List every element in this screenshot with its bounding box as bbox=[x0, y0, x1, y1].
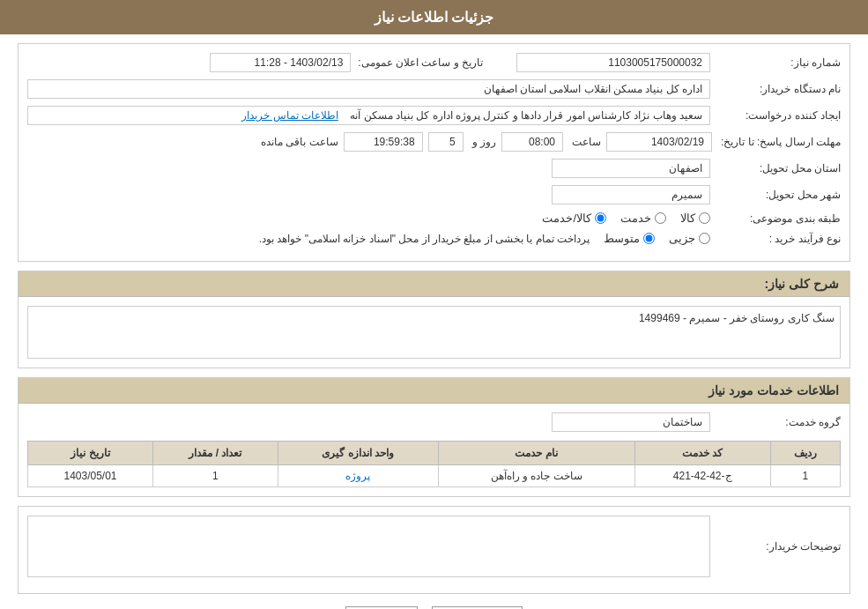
services-table-section: ردیف کد خدمت نام حدمت واحد اندازه گیری ت… bbox=[27, 441, 841, 487]
page-title: جزئیات اطلاعات نیاز bbox=[375, 10, 494, 25]
service-group-label: گروه خدمت: bbox=[717, 416, 841, 428]
province-label: استان محل تحویل: bbox=[717, 162, 841, 175]
services-header: اطلاعات خدمات مورد نیاز bbox=[19, 378, 849, 404]
purchase-radio-group: جزیی متوسط پرداخت تمام یا بخشی از مبلغ خ… bbox=[259, 232, 710, 245]
service-group-value: ساختمان bbox=[552, 412, 710, 432]
col-date: تاریخ نیاز bbox=[28, 442, 153, 465]
need-desc-value: سنگ کاری روستای خفر - سمیرم - 1499469 bbox=[27, 306, 841, 359]
category-kala-khedmat-label: کالا/خدمت bbox=[542, 212, 591, 225]
category-khedmat-label: خدمت bbox=[620, 212, 651, 225]
need-desc-section: شرح کلی نیاز: سنگ کاری روستای خفر - سمیر… bbox=[18, 271, 850, 368]
creator-row: ایجاد کننده درخواست: سعید وهاب نژاد کارش… bbox=[27, 106, 841, 125]
buyer-desc-textarea[interactable] bbox=[27, 516, 710, 577]
remaining-label: ساعت باقی مانده bbox=[261, 136, 338, 148]
buyer-desc-section: توضیحات خریدار: bbox=[18, 506, 850, 594]
remaining-time-value: 19:59:38 bbox=[344, 132, 423, 152]
reply-time-label: ساعت bbox=[572, 136, 601, 148]
category-kala-khedmat-radio[interactable] bbox=[595, 212, 606, 224]
purchase-note: پرداخت تمام یا بخشی از مبلغ خریدار از مح… bbox=[259, 233, 590, 245]
table-cell-code: ج-42-42-421 bbox=[634, 465, 770, 487]
purchase-type-row: نوع فرآیند خرید : جزیی متوسط پرداخت تمام… bbox=[27, 232, 841, 245]
services-body: گروه خدمت: ساختمان ردیف کد خدمت نام حدمت… bbox=[19, 404, 849, 496]
creator-value: سعید وهاب نژاد کارشناس امور قرار دادها و… bbox=[27, 106, 710, 125]
reply-date-value: 1403/02/19 bbox=[606, 132, 712, 152]
table-cell-date: 1403/05/01 bbox=[28, 465, 153, 487]
buyer-desc-body: توضیحات خریدار: bbox=[19, 507, 849, 593]
category-label: طبقه بندی موضوعی: bbox=[717, 212, 841, 225]
table-cell-qty: 1 bbox=[153, 465, 278, 487]
buyer-desc-row: توضیحات خریدار: bbox=[27, 516, 841, 577]
services-table: ردیف کد خدمت نام حدمت واحد اندازه گیری ت… bbox=[27, 441, 841, 487]
creator-contact-link[interactable]: اطلاعات تماس خریدار bbox=[241, 109, 338, 122]
service-group-row: گروه خدمت: ساختمان bbox=[27, 412, 841, 432]
buyer-org-value: اداره کل بنیاد مسکن انقلاب اسلامی استان … bbox=[27, 79, 710, 99]
reply-days-value: 5 bbox=[428, 132, 464, 152]
city-label: شهر محل تحویل: bbox=[717, 189, 841, 201]
services-section: اطلاعات خدمات مورد نیاز گروه خدمت: ساختم… bbox=[18, 377, 850, 497]
category-row: طبقه بندی موضوعی: کالا خدمت کالا/خدمت bbox=[27, 212, 841, 225]
col-qty: تعداد / مقدار bbox=[153, 442, 278, 465]
reply-deadline-label: مهلت ارسال پاسخ: تا تاریخ: bbox=[717, 136, 841, 148]
need-desc-header: شرح کلی نیاز: bbox=[19, 271, 849, 297]
reply-deadline-row: مهلت ارسال پاسخ: تا تاریخ: 1403/02/19 سا… bbox=[27, 132, 841, 152]
category-kala-radio[interactable] bbox=[699, 212, 710, 224]
province-row: استان محل تحویل: اصفهان bbox=[27, 159, 841, 178]
creator-label: ایجاد کننده درخواست: bbox=[717, 109, 841, 122]
buyer-desc-label: توضیحات خریدار: bbox=[717, 540, 841, 553]
purchase-motavasset-label: متوسط bbox=[604, 232, 640, 245]
buyer-org-label: نام دستگاه خریدار: bbox=[717, 83, 841, 95]
province-value: اصفهان bbox=[552, 159, 710, 178]
buyer-org-row: نام دستگاه خریدار: اداره کل بنیاد مسکن ا… bbox=[27, 79, 841, 99]
category-radio-group: کالا خدمت کالا/خدمت bbox=[542, 212, 710, 225]
table-row: 1ج-42-42-421ساخت جاده و راه‌آهنپروژه1140… bbox=[28, 465, 841, 487]
page-header: جزئیات اطلاعات نیاز bbox=[0, 0, 868, 34]
purchase-jozvi-radio[interactable] bbox=[699, 233, 710, 244]
col-row: ردیف bbox=[770, 442, 840, 465]
table-cell-unit: پروژه bbox=[278, 465, 438, 487]
purchase-jozvi-item: جزیی bbox=[669, 232, 710, 245]
need-number-row: شماره نیاز: 1103005175000032 تاریخ و ساع… bbox=[27, 53, 841, 72]
announce-date-label: تاریخ و ساعت اعلان عمومی: bbox=[358, 56, 483, 69]
purchase-jozvi-label: جزیی bbox=[669, 232, 695, 245]
table-cell-row: 1 bbox=[770, 465, 840, 487]
city-value: سمیرم bbox=[552, 185, 710, 204]
category-kala-label: کالا bbox=[680, 212, 695, 225]
col-code: کد خدمت bbox=[634, 442, 770, 465]
category-khedmat-radio[interactable] bbox=[655, 212, 666, 224]
announce-date-value: 1403/02/13 - 11:28 bbox=[210, 53, 351, 72]
city-row: شهر محل تحویل: سمیرم bbox=[27, 185, 841, 204]
purchase-motavasset-radio[interactable] bbox=[643, 233, 655, 244]
need-number-value: 1103005175000032 bbox=[516, 53, 710, 72]
category-khedmat-item: خدمت bbox=[620, 212, 666, 225]
col-unit: واحد اندازه گیری bbox=[278, 442, 438, 465]
reply-time-value: 08:00 bbox=[501, 132, 563, 152]
need-number-label: شماره نیاز: bbox=[717, 56, 841, 69]
category-kala-item: کالا bbox=[680, 212, 710, 225]
reply-day-label: روز و bbox=[472, 136, 496, 148]
main-info-section: شماره نیاز: 1103005175000032 تاریخ و ساع… bbox=[18, 43, 850, 262]
purchase-type-label: نوع فرآیند خرید : bbox=[717, 233, 841, 245]
purchase-motavasset-item: متوسط bbox=[604, 232, 655, 245]
col-name: نام حدمت bbox=[438, 442, 634, 465]
category-kala-khedmat-item: کالا/خدمت bbox=[542, 212, 606, 225]
need-desc-body: سنگ کاری روستای خفر - سمیرم - 1499469 bbox=[19, 297, 849, 368]
table-cell-name: ساخت جاده و راه‌آهن bbox=[438, 465, 634, 487]
